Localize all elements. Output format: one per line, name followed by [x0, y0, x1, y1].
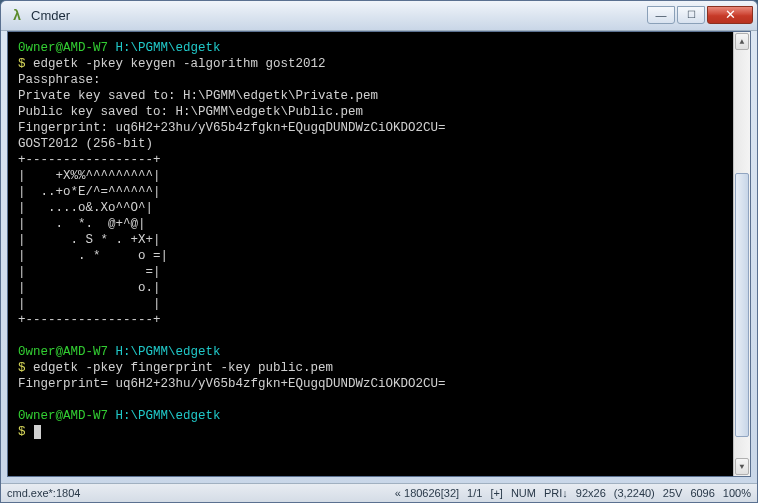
randomart-line: +-----------------+	[18, 153, 161, 167]
status-process[interactable]: cmd.exe*:1804	[7, 487, 80, 499]
command-line: edgetk -pkey keygen -algorithm gost2012	[33, 57, 326, 71]
status-cursor-pos: (3,2240)	[614, 487, 655, 499]
prompt-user: 0wner	[18, 41, 56, 55]
prompt-host: AMD-W7	[63, 41, 108, 55]
status-tabs: 1/1	[467, 487, 482, 499]
app-window: λ Cmder — ☐ ✕ 0wner@AMD-W7 H:\PGMM\edget…	[0, 0, 758, 503]
status-size: 92x26	[576, 487, 606, 499]
status-mem: 6096	[690, 487, 714, 499]
cursor	[34, 425, 41, 439]
maximize-button[interactable]: ☐	[677, 6, 705, 24]
output-line: Fingerprint: uq6H2+23hu/yV65b4zfgkn+EQug…	[18, 121, 446, 135]
titlebar[interactable]: λ Cmder — ☐ ✕	[1, 1, 757, 31]
scroll-down-button[interactable]: ▼	[735, 458, 749, 475]
randomart-line: | |	[18, 297, 161, 311]
close-button[interactable]: ✕	[707, 6, 753, 24]
status-numlock: NUM	[511, 487, 536, 499]
output-line: GOST2012 (256-bit)	[18, 137, 153, 151]
status-block: « 180626[32]	[395, 487, 459, 499]
prompt-path: H:\PGMM\edgetk	[116, 409, 221, 423]
scroll-track[interactable]	[734, 51, 750, 457]
output-line: Passphrase:	[18, 73, 101, 87]
status-priority: PRI↓	[544, 487, 568, 499]
status-bar: cmd.exe*:1804 « 180626[32] 1/1 [+] NUM P…	[1, 483, 757, 502]
client-area: 0wner@AMD-W7 H:\PGMM\edgetk $ edgetk -pk…	[7, 31, 751, 477]
window-controls: — ☐ ✕	[647, 8, 753, 24]
randomart-line: | . *. @+^@|	[18, 217, 146, 231]
output-line: Public key saved to: H:\PGMM\edgetk\Publ…	[18, 105, 363, 119]
randomart-line: | o.|	[18, 281, 161, 295]
prompt-host: AMD-W7	[63, 345, 108, 359]
app-icon: λ	[9, 8, 25, 24]
randomart-line: | . S * . +X+|	[18, 233, 161, 247]
minimize-button[interactable]: —	[647, 6, 675, 24]
prompt-symbol: $	[18, 425, 26, 439]
output-line: Fingerprint= uq6H2+23hu/yV65b4zfgkn+EQug…	[18, 377, 446, 391]
prompt-symbol: $	[18, 57, 26, 71]
randomart-line: | =|	[18, 265, 161, 279]
output-line: Private key saved to: H:\PGMM\edgetk\Pri…	[18, 89, 378, 103]
randomart-line: | +X%%^^^^^^^^^|	[18, 169, 161, 183]
prompt-path: H:\PGMM\edgetk	[116, 41, 221, 55]
prompt-user: 0wner	[18, 409, 56, 423]
scroll-thumb[interactable]	[735, 173, 749, 437]
prompt-host: AMD-W7	[63, 409, 108, 423]
prompt-symbol: $	[18, 361, 26, 375]
randomart-line: | ..+o*E/^=^^^^^^|	[18, 185, 161, 199]
status-vt: 25V	[663, 487, 683, 499]
randomart-line: +-----------------+	[18, 313, 161, 327]
scroll-up-button[interactable]: ▲	[735, 33, 749, 50]
scrollbar[interactable]: ▲ ▼	[733, 32, 750, 476]
terminal[interactable]: 0wner@AMD-W7 H:\PGMM\edgetk $ edgetk -pk…	[8, 32, 733, 476]
prompt-path: H:\PGMM\edgetk	[116, 345, 221, 359]
randomart-line: | . * o =|	[18, 249, 168, 263]
window-title: Cmder	[31, 8, 647, 23]
status-plus[interactable]: [+]	[490, 487, 503, 499]
randomart-line: | ....o&.Xo^^O^|	[18, 201, 153, 215]
command-line: edgetk -pkey fingerprint -key public.pem	[33, 361, 333, 375]
prompt-user: 0wner	[18, 345, 56, 359]
status-pct: 100%	[723, 487, 751, 499]
